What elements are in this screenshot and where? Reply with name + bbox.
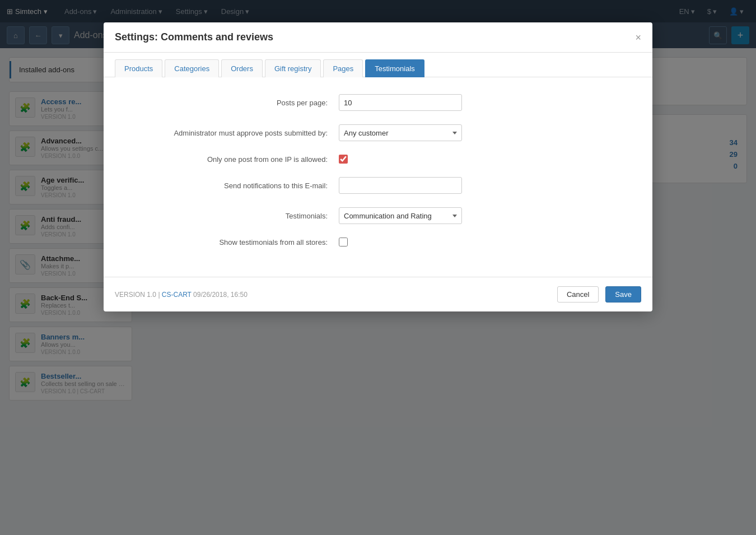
select-approve-posts[interactable]: Any customer Registered customers Nobody (339, 124, 462, 141)
tab-orders-label: Orders (231, 64, 253, 73)
main-content: Installed add-ons 🧩 Access re... Lets yo… (0, 48, 756, 535)
tab-products-label: Products (124, 64, 153, 73)
modal-close-button[interactable]: × (635, 32, 641, 43)
modal-footer: VERSION 1.0 | CS-CART 09/26/2018, 16:50 … (104, 277, 652, 311)
checkbox-all-stores[interactable] (339, 238, 348, 246)
label-email: Send notifications to this E-mail: (126, 182, 339, 190)
modal-body: Posts per page: Administrator must appro… (104, 77, 652, 277)
checkbox-wrapper-one-post-ip (339, 155, 462, 164)
tab-pages-label: Pages (333, 64, 353, 73)
form-row-testimonials: Testimonials: Communication and Rating G… (126, 207, 630, 224)
form-row-posts-per-page: Posts per page: (126, 94, 630, 111)
footer-date-value: 09/26/2018, 16:50 (193, 291, 248, 299)
modal-title: Settings: Comments and reviews (115, 31, 273, 43)
tab-testimonials-label: Testimonials (375, 64, 415, 73)
footer-version: VERSION 1.0 (115, 291, 156, 299)
tab-orders[interactable]: Orders (221, 59, 263, 77)
checkbox-wrapper-all-stores (339, 238, 462, 246)
settings-modal: Settings: Comments and reviews × Product… (104, 22, 652, 311)
footer-meta: VERSION 1.0 | CS-CART 09/26/2018, 16:50 (115, 291, 550, 299)
tab-pages[interactable]: Pages (323, 59, 363, 77)
label-testimonials: Testimonials: (126, 212, 339, 220)
label-posts-per-page: Posts per page: (126, 99, 339, 107)
form-row-all-stores: Show testimonials from all stores: (126, 238, 630, 246)
footer-link[interactable]: CS-CART (162, 291, 192, 299)
form-row-one-post-ip: Only one post from one IP is allowed: (126, 155, 630, 164)
tab-categories-label: Categories (174, 64, 209, 73)
tab-gift-registry[interactable]: Gift registry (265, 59, 321, 77)
cancel-button[interactable]: Cancel (557, 286, 599, 303)
label-one-post-ip: Only one post from one IP is allowed: (126, 155, 339, 164)
input-email[interactable] (339, 177, 462, 194)
tab-gift-registry-label: Gift registry (274, 64, 311, 73)
label-all-stores: Show testimonials from all stores: (126, 238, 339, 246)
save-button[interactable]: Save (605, 286, 641, 303)
form-row-email: Send notifications to this E-mail: (126, 177, 630, 194)
tab-categories[interactable]: Categories (165, 59, 219, 77)
form-row-approve-posts: Administrator must approve posts submitt… (126, 124, 630, 141)
checkbox-one-post-ip[interactable] (339, 155, 348, 164)
select-testimonials[interactable]: Communication and Rating General Other (339, 207, 462, 224)
modal-tabs: Products Categories Orders Gift registry… (104, 53, 652, 77)
tab-testimonials[interactable]: Testimonials (365, 59, 424, 77)
label-approve-posts: Administrator must approve posts submitt… (126, 129, 339, 137)
input-posts-per-page[interactable] (339, 94, 462, 111)
modal-header: Settings: Comments and reviews × (104, 22, 652, 53)
tab-products[interactable]: Products (115, 59, 162, 77)
modal-overlay: Settings: Comments and reviews × Product… (0, 0, 756, 535)
